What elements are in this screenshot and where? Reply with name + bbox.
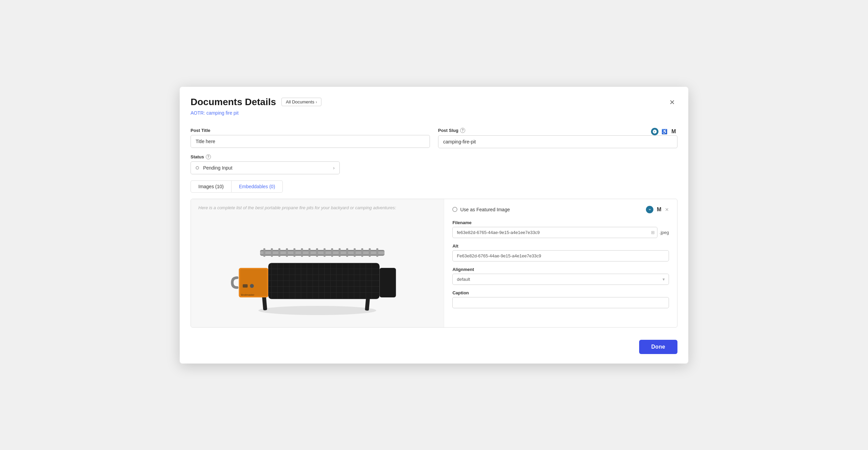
svg-rect-36 — [278, 248, 280, 257]
status-dot-icon — [196, 166, 199, 170]
image-caption-text: Here is a complete list of the best port… — [198, 205, 396, 210]
filename-input-wrapper: ⊞ — [452, 227, 657, 238]
status-chevron-icon: › — [333, 165, 335, 171]
caption-label: Caption — [452, 290, 669, 295]
alt-input[interactable] — [452, 250, 669, 261]
modal-footer: Done — [191, 334, 677, 354]
featured-radio-button[interactable] — [452, 207, 457, 212]
featured-x-icon: ✕ — [665, 207, 669, 212]
caption-input[interactable] — [452, 297, 669, 308]
alignment-select-wrapper: default left center right — [452, 274, 669, 285]
svg-rect-37 — [286, 248, 288, 257]
svg-rect-34 — [263, 248, 265, 257]
featured-image-label-group: Use as Featured Image — [452, 207, 510, 212]
svg-rect-50 — [380, 268, 396, 297]
post-title-input[interactable] — [191, 135, 430, 148]
tab-embeddables[interactable]: Embeddables (0) — [232, 180, 283, 193]
svg-rect-4 — [240, 269, 267, 296]
chevron-right-icon: › — [316, 100, 317, 104]
alignment-label: Alignment — [452, 267, 669, 272]
alt-label: Alt — [452, 243, 669, 249]
svg-rect-40 — [309, 248, 311, 257]
svg-rect-45 — [346, 248, 348, 257]
tab-images[interactable]: Images (10) — [191, 180, 232, 193]
caption-field: Caption — [452, 290, 669, 308]
wordpress-icon — [651, 128, 658, 135]
accessibility-icon: ♿ — [660, 128, 668, 135]
featured-image-label: Use as Featured Image — [460, 207, 510, 212]
svg-rect-43 — [331, 248, 333, 257]
alignment-select[interactable]: default left center right — [452, 274, 669, 285]
medium-icon: M — [670, 128, 677, 135]
featured-wordpress-icon: W — [646, 206, 653, 213]
post-title-label: Post Title — [191, 128, 430, 133]
fire-pit-svg: Broilmaster — [202, 220, 433, 315]
svg-text:Broilmaster: Broilmaster — [241, 293, 254, 296]
modal-title-group: Documents Details All Documents › — [191, 97, 321, 107]
slug-label-row: Post Slug ? ♿ M — [438, 128, 677, 135]
svg-rect-38 — [294, 248, 296, 257]
status-value: Pending Input — [203, 165, 232, 171]
tabs-container: Images (10) Embeddables (0) — [191, 180, 677, 193]
svg-rect-35 — [271, 248, 273, 257]
image-settings-panel: Use as Featured Image W M ✕ Filename ⊞ — [444, 199, 677, 327]
svg-rect-39 — [301, 248, 303, 257]
svg-rect-49 — [376, 248, 378, 257]
svg-rect-46 — [354, 248, 356, 257]
svg-point-6 — [250, 284, 254, 288]
platform-icons-group: ♿ M — [651, 128, 677, 135]
post-slug-label: Post Slug ? — [438, 128, 465, 133]
filename-field: Filename ⊞ .jpeg — [452, 220, 669, 238]
post-slug-input[interactable] — [438, 135, 677, 148]
featured-medium-icon: M — [655, 206, 663, 213]
svg-text:W: W — [649, 209, 651, 211]
status-label: Status ? — [191, 154, 677, 159]
svg-rect-47 — [361, 248, 363, 257]
modal-title-text: Documents Details — [191, 97, 276, 107]
post-title-col: Post Title — [191, 128, 430, 148]
alt-field: Alt — [452, 243, 669, 261]
svg-rect-41 — [316, 248, 318, 257]
filename-input[interactable] — [452, 227, 657, 238]
svg-rect-48 — [369, 248, 371, 257]
image-preview-area: Here is a complete list of the best port… — [191, 199, 444, 327]
svg-rect-8 — [268, 263, 379, 299]
close-button[interactable]: × — [667, 96, 677, 108]
svg-rect-42 — [324, 248, 326, 257]
svg-point-0 — [258, 306, 376, 315]
documents-details-modal: Documents Details All Documents › × AOTR… — [180, 87, 688, 364]
done-button[interactable]: Done — [639, 340, 677, 354]
all-documents-button[interactable]: All Documents › — [281, 98, 321, 106]
alignment-field: Alignment default left center right — [452, 267, 669, 285]
slug-help-icon[interactable]: ? — [460, 128, 465, 133]
filename-extension: .jpeg — [659, 230, 669, 235]
filename-grid-icon[interactable]: ⊞ — [651, 230, 655, 235]
post-slug-col: Post Slug ? ♿ M — [438, 128, 677, 148]
filename-row: ⊞ .jpeg — [452, 227, 669, 238]
svg-rect-44 — [339, 248, 341, 257]
featured-platform-icons: W M ✕ — [646, 206, 669, 213]
status-section: Status ? Pending Input › — [191, 154, 677, 174]
svg-rect-5 — [243, 284, 248, 288]
breadcrumb[interactable]: AOTR: camping fire pit — [191, 110, 239, 116]
featured-image-row: Use as Featured Image W M ✕ — [452, 206, 669, 213]
status-help-icon[interactable]: ? — [206, 154, 211, 159]
title-slug-section: Post Title Post Slug ? ♿ M — [191, 128, 677, 148]
modal-header: Documents Details All Documents › × — [191, 96, 677, 108]
image-illustration: Broilmaster — [198, 215, 436, 321]
filename-label: Filename — [452, 220, 669, 225]
status-dropdown[interactable]: Pending Input › — [191, 161, 340, 174]
image-panel: Here is a complete list of the best port… — [191, 199, 677, 328]
